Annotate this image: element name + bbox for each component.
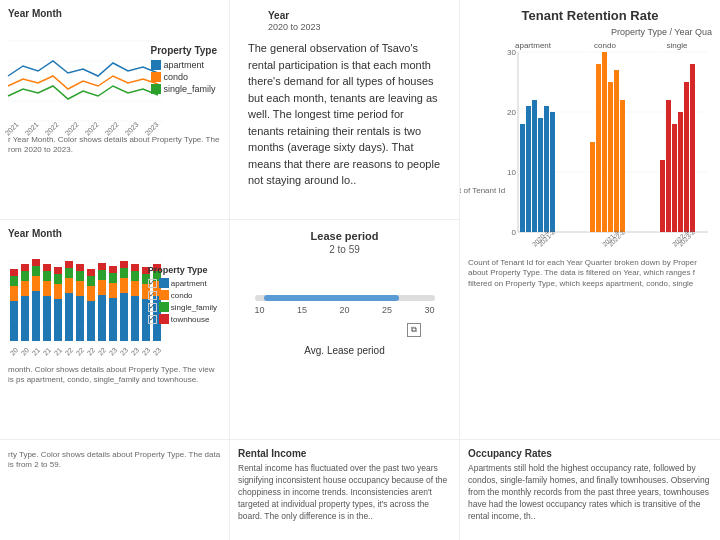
svg-rect-91 xyxy=(109,273,117,283)
svg-text:21: 21 xyxy=(42,346,53,357)
retention-footer: Count of Tenant Id for each Year Quarter… xyxy=(468,258,712,289)
single-legend-color xyxy=(151,84,161,94)
svg-text:22: 22 xyxy=(86,346,97,357)
svg-text:20: 20 xyxy=(9,346,20,357)
retention-title: Tenant Retention Rate xyxy=(468,8,712,23)
tenant-retention-panel: Tenant Retention Rate Property Type / Ye… xyxy=(460,0,720,440)
stacked-chart-footer: month. Color shows details about Propert… xyxy=(8,365,221,386)
rental-income-text: Rental income has fluctuated over the pa… xyxy=(238,463,451,522)
svg-text:23: 23 xyxy=(141,346,152,357)
svg-rect-27 xyxy=(550,112,555,232)
svg-rect-72 xyxy=(54,267,62,274)
slider-container[interactable]: 10 15 20 25 30 xyxy=(255,295,435,315)
svg-rect-22 xyxy=(520,124,525,232)
apartment-checkbox[interactable]: ✓ xyxy=(148,279,157,288)
dashboard: Year Month 2021 2021 2022 2022 xyxy=(0,0,720,540)
svg-rect-75 xyxy=(65,268,73,278)
svg-rect-80 xyxy=(76,264,84,271)
condo-legend-color xyxy=(151,72,161,82)
single-checkbox[interactable]: ✓ xyxy=(148,303,157,312)
svg-rect-81 xyxy=(87,301,95,341)
rental-income-title: Rental Income xyxy=(238,448,451,459)
slider-fill xyxy=(264,295,399,301)
col-condo: condo xyxy=(570,41,640,50)
svg-rect-64 xyxy=(32,259,40,266)
svg-rect-53 xyxy=(10,301,18,341)
legend-check-single[interactable]: ✓ single_family xyxy=(148,302,217,312)
svg-rect-39 xyxy=(678,112,683,232)
svg-rect-26 xyxy=(544,106,549,232)
occupancy-rates-panel: Occupancy Rates Apartments still hold th… xyxy=(460,440,720,540)
svg-text:21: 21 xyxy=(31,346,42,357)
svg-text:21: 21 xyxy=(53,346,64,357)
svg-rect-87 xyxy=(98,270,106,280)
legend-check-apartment[interactable]: ✓ apartment xyxy=(148,278,217,288)
condo-color-sq xyxy=(159,290,169,300)
svg-text:23: 23 xyxy=(130,346,141,357)
svg-rect-100 xyxy=(131,264,139,271)
svg-rect-29 xyxy=(590,142,595,232)
svg-rect-97 xyxy=(131,296,139,341)
svg-rect-96 xyxy=(120,261,128,268)
svg-rect-25 xyxy=(538,118,543,232)
svg-rect-66 xyxy=(43,281,51,296)
condo-legend-label: condo xyxy=(171,291,193,300)
apartment-legend-label: apartment xyxy=(171,279,207,288)
svg-rect-62 xyxy=(32,276,40,291)
avg-label: Avg. Lease period xyxy=(304,345,384,356)
svg-text:23: 23 xyxy=(152,346,163,357)
slider-label-10: 10 xyxy=(255,305,265,315)
svg-text:23: 23 xyxy=(119,346,130,357)
stacked-bar-panel: Year Month xyxy=(0,220,230,440)
svg-rect-93 xyxy=(120,293,128,341)
svg-rect-83 xyxy=(87,276,95,286)
svg-rect-24 xyxy=(532,100,537,232)
svg-rect-90 xyxy=(109,283,117,298)
svg-rect-61 xyxy=(32,291,40,341)
townhouse-legend-label: townhouse xyxy=(171,315,210,324)
svg-rect-30 xyxy=(596,64,601,232)
single-color-sq xyxy=(159,302,169,312)
stacked-legend: Property Type ✓ apartment ✓ condo ✓ sing… xyxy=(148,265,217,326)
copy-icon[interactable]: ⧉ xyxy=(407,323,421,337)
svg-rect-89 xyxy=(109,298,117,341)
svg-rect-37 xyxy=(666,100,671,232)
stacked-bar-svg: 20 20 21 21 21 22 22 22 22 23 23 23 23 2… xyxy=(8,241,163,361)
svg-rect-59 xyxy=(21,271,29,281)
svg-rect-31 xyxy=(602,52,607,232)
legend-check-condo[interactable]: ✓ condo xyxy=(148,290,217,300)
legend-item-apartment: apartment xyxy=(151,60,218,70)
svg-text:30: 30 xyxy=(507,48,516,57)
slider-label-20: 20 xyxy=(339,305,349,315)
legend-title: Property Type xyxy=(151,45,218,56)
svg-rect-23 xyxy=(526,106,531,232)
svg-rect-99 xyxy=(131,271,139,281)
townhouse-color-sq xyxy=(159,314,169,324)
slider-labels: 10 15 20 25 30 xyxy=(255,305,435,315)
svg-rect-82 xyxy=(87,286,95,301)
condo-checkbox[interactable]: ✓ xyxy=(148,291,157,300)
svg-text:0: 0 xyxy=(512,228,517,237)
svg-rect-36 xyxy=(660,160,665,232)
legend-check-townhouse[interactable]: ✓ townhouse xyxy=(148,314,217,324)
legend-label-single: single_family xyxy=(164,84,216,94)
legend-label-condo: condo xyxy=(164,72,189,82)
svg-rect-34 xyxy=(620,100,625,232)
slider-label-15: 15 xyxy=(297,305,307,315)
svg-rect-63 xyxy=(32,266,40,276)
townhouse-checkbox[interactable]: ✓ xyxy=(148,315,157,324)
svg-rect-40 xyxy=(684,82,689,232)
y-axis-title: Count of Tenant Id xyxy=(460,186,505,195)
col-single: single xyxy=(642,41,712,50)
retention-bar-chart: 0 10 20 30 xyxy=(498,52,708,252)
svg-rect-94 xyxy=(120,278,128,293)
line-chart-title: Year Month xyxy=(8,8,221,19)
slider-track[interactable] xyxy=(255,295,435,301)
stacked-chart-title: Year Month xyxy=(8,228,221,239)
svg-rect-78 xyxy=(76,281,84,296)
svg-text:20: 20 xyxy=(507,108,516,117)
svg-rect-32 xyxy=(608,82,613,232)
line-chart-svg: 2021 2021 2022 2022 2022 2022 2023 2023 xyxy=(8,21,163,131)
svg-text:22: 22 xyxy=(75,346,86,357)
line-chart-legend: Property Type apartment condo single_fam… xyxy=(151,45,218,94)
